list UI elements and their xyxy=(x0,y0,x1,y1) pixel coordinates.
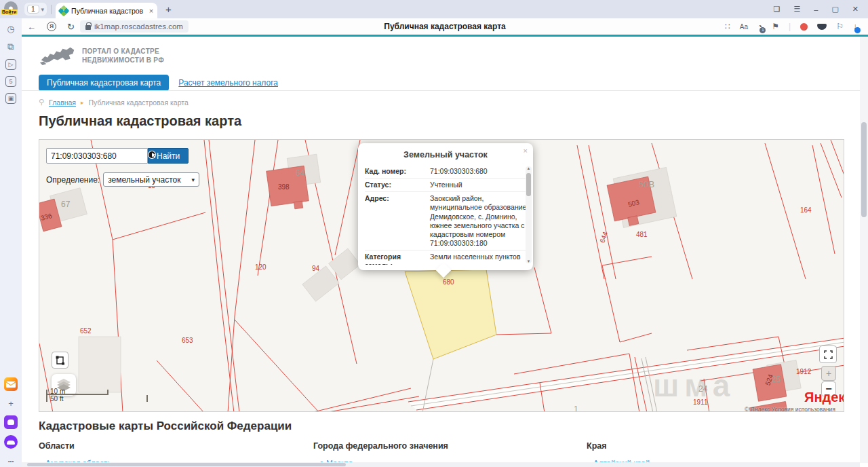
new-tab-button[interactable]: + xyxy=(165,3,172,15)
tabs-panel-icon[interactable]: ⧉ xyxy=(5,41,17,53)
mail-icon[interactable] xyxy=(4,377,18,391)
vertical-scrollbar[interactable] xyxy=(860,37,868,463)
more-icon[interactable]: ••• xyxy=(5,455,17,467)
parcel-label: 653 xyxy=(182,337,193,344)
pin-icon: ⚲ xyxy=(39,98,44,107)
notifications-icon[interactable]: ◔ 1 xyxy=(757,22,762,31)
divider xyxy=(51,5,52,14)
parcel-label: 64 xyxy=(296,168,304,178)
url-text[interactable]: ik1map.roscadastres.com xyxy=(94,22,183,31)
address-bar[interactable]: ik1map.roscadastres.com xyxy=(80,20,189,33)
measure-icon xyxy=(56,356,65,365)
speed-dial-icon[interactable]: 5 xyxy=(5,76,16,87)
yandex-logo[interactable]: Яндекс xyxy=(804,390,844,405)
popup-row: Адрес:Заокский район, муниципальное обра… xyxy=(365,191,528,250)
filter-row: Определение: земельный участок ▾ xyxy=(46,172,199,187)
chevron-down-icon[interactable]: ▾ xyxy=(41,6,45,13)
scroll-thumb[interactable] xyxy=(526,173,531,196)
cloud-icon[interactable] xyxy=(4,435,18,449)
scroll-down-icon[interactable]: ▼ xyxy=(526,259,532,263)
lock-icon[interactable] xyxy=(85,25,91,30)
downloads-icon[interactable]: ↓ xyxy=(853,22,857,31)
tab-close-icon[interactable]: × xyxy=(149,7,153,15)
close-button[interactable]: ✕ xyxy=(852,5,859,14)
popup-row-value: Земли населенных пунктов xyxy=(427,253,528,265)
share-icon[interactable]: ⚐ xyxy=(836,22,844,31)
browser-toolbar: ← Я ↻ ik1map.roscadastres.com Публичная … xyxy=(22,18,868,35)
popup-scrollbar[interactable]: ▲ ▼ xyxy=(526,166,532,263)
chevron-down-icon: ▾ xyxy=(192,176,195,183)
parcel-label: 67 xyxy=(61,200,70,209)
site-nav: Публичная кадастровая карта Расчет земел… xyxy=(39,75,278,91)
popup-title: Земельный участок xyxy=(358,143,533,165)
history-icon[interactable]: ◷ xyxy=(5,22,17,35)
horizontal-scroll-thumb[interactable] xyxy=(27,463,346,466)
breadcrumb-home[interactable]: Главная xyxy=(49,98,76,107)
video-icon[interactable]: ▷ xyxy=(5,59,16,70)
site-logo[interactable]: ПОРТАЛ О КАДАСТРЕ НЕДВИЖИМОСТИ В РФ xyxy=(39,43,164,68)
download-badge xyxy=(854,27,861,33)
popup-row-label: Категория земель: xyxy=(365,253,427,265)
parcel-label: 24 xyxy=(698,384,707,394)
close-icon[interactable]: × xyxy=(524,147,528,155)
login-badge[interactable]: Войти xyxy=(1,10,18,14)
footer-column-title: Области xyxy=(39,441,262,451)
side-panel-icon[interactable]: ❏ xyxy=(774,5,781,14)
zoom-in-button[interactable]: + xyxy=(821,366,836,381)
bookmark-icon[interactable]: ⚑ xyxy=(772,22,779,31)
popup-row-value: 71:09:030303:680 xyxy=(427,167,528,176)
popup-row-label: Адрес: xyxy=(365,194,427,248)
fullscreen-icon xyxy=(824,350,833,359)
parcel-label: 1911 xyxy=(693,398,708,406)
nav-tab-public-map[interactable]: Публичная кадастровая карта xyxy=(39,75,169,91)
logo-text: ПОРТАЛ О КАДАСТРЕ НЕДВИЖИМОСТИ В РФ xyxy=(82,47,164,65)
tiles-icon[interactable]: ∷ xyxy=(725,22,730,31)
minimize-button[interactable]: – xyxy=(814,5,818,14)
parcel-label: 50В xyxy=(639,179,654,189)
map-container[interactable]: шма 1867336398641209465265368050В5036444… xyxy=(39,139,844,412)
parcel-label: 481 xyxy=(636,231,648,238)
search-input[interactable] xyxy=(46,148,148,164)
scroll-up-icon[interactable]: ▲ xyxy=(526,166,532,170)
yandex-app-icon[interactable] xyxy=(4,415,18,429)
tab-group[interactable]: 1 ▾ xyxy=(24,3,47,16)
tab-active[interactable]: Публичная кадастров × xyxy=(56,3,157,18)
breadcrumb-current: Публичная кадастровая карта xyxy=(89,98,189,107)
menu-icon[interactable]: ☰ xyxy=(793,5,800,14)
search-button[interactable]: Найти xyxy=(148,148,189,164)
translate-icon[interactable]: Аа xyxy=(740,23,748,31)
popup-row-value: Учтенный xyxy=(427,181,528,189)
screenshot-icon[interactable]: ▣ xyxy=(5,93,16,104)
extension-dark-icon[interactable] xyxy=(817,24,827,30)
yandex-services-icon[interactable]: Я xyxy=(47,22,56,31)
breadcrumb-separator-icon: ▸ xyxy=(81,99,84,106)
vertical-scroll-thumb[interactable] xyxy=(861,122,867,217)
page-heading: Публичная кадастровая карта xyxy=(39,113,241,129)
terms-link[interactable]: Условия использования xyxy=(772,406,835,412)
parcel-label: 1 xyxy=(574,405,578,412)
popup-row-label: Статус: xyxy=(365,181,427,189)
horizontal-scrollbar[interactable] xyxy=(22,462,860,467)
add-service-icon[interactable]: + xyxy=(5,397,17,409)
extension-red-icon[interactable] xyxy=(800,23,808,31)
back-button[interactable]: ← xyxy=(27,22,36,32)
russia-map-icon xyxy=(39,43,77,68)
measure-button[interactable] xyxy=(52,352,68,369)
breadcrumb: ⚲ Главная ▸ Публичная кадастровая карта xyxy=(39,98,189,107)
fullscreen-button[interactable] xyxy=(819,345,837,363)
parcel-label: 120 xyxy=(255,263,267,271)
parcel-label: 164 xyxy=(800,206,812,214)
scale-meters: 10 m xyxy=(46,390,108,395)
reload-button[interactable]: ↻ xyxy=(67,22,75,32)
parcel-popup: Земельный участок × Кад. номер:71:09:030… xyxy=(358,143,533,270)
copyright-text: © Яндекс xyxy=(745,406,770,412)
nav-tab-land-tax[interactable]: Расчет земельного налога xyxy=(178,78,278,88)
tab-group-count[interactable]: 1 xyxy=(27,5,39,14)
footer-heading: Кадастровые карты Российской Федерации xyxy=(39,419,292,433)
scale-feet: 50 ft xyxy=(46,395,148,402)
maximize-button[interactable]: ▢ xyxy=(831,5,838,14)
parcel-label: 652 xyxy=(80,327,92,335)
popup-rows: Кад. номер:71:09:030303:680Статус:Учтенн… xyxy=(365,165,528,265)
profile-area[interactable]: ● Войти xyxy=(0,0,20,18)
type-select[interactable]: земельный участок ▾ xyxy=(103,172,199,187)
